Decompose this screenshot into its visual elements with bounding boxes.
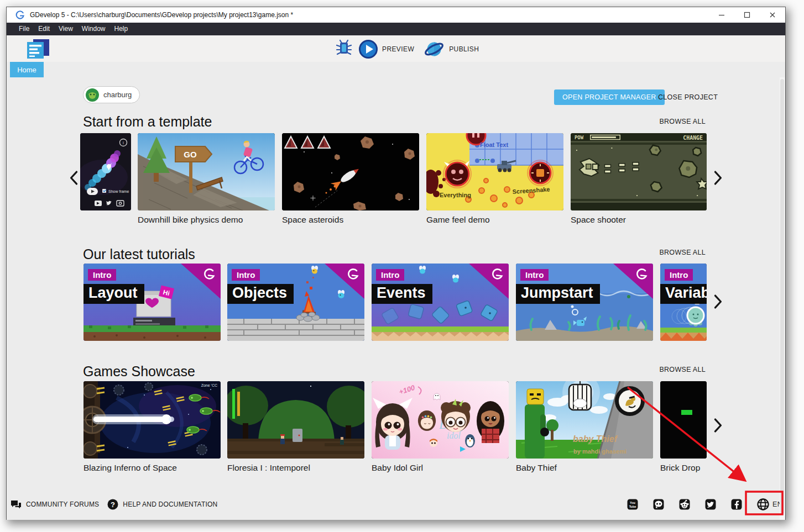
menu-help[interactable]: Help — [110, 23, 133, 35]
scrollbar-thumb[interactable] — [780, 79, 784, 514]
tutorial-title-events: Events — [372, 284, 432, 304]
carousel-right-arrow-templates[interactable] — [712, 170, 723, 186]
close-icon — [769, 12, 776, 18]
showcase-section-title: Games Showcase — [83, 364, 195, 380]
chat-icon — [10, 498, 22, 510]
showcase-card-baby-thief[interactable]: baby Thief by mahdi ghasemi — [516, 381, 653, 459]
community-forums-link[interactable]: COMMUNITY FORUMS — [10, 498, 99, 510]
help-documentation-link[interactable]: ? HELP AND DOCUMENTATION — [107, 498, 217, 510]
globe-icon — [756, 498, 770, 511]
blazing-inferno-thumbnail: Zone 'CC — [83, 381, 221, 459]
template-card-downhill-bike[interactable]: GO — [138, 133, 275, 210]
title-bar: GDevelop 5 - C:\Users\charburg\Documents… — [7, 7, 785, 23]
showcase-label: Brick Drop — [660, 463, 700, 473]
intro-badge: Intro — [376, 269, 404, 281]
pow-label: POW — [575, 135, 584, 140]
discord-icon[interactable] — [652, 498, 665, 510]
preview-button[interactable]: PREVIEW — [358, 39, 423, 59]
go-sign-label: GO — [184, 150, 197, 159]
maximize-button[interactable] — [734, 7, 760, 23]
facebook-icon[interactable] — [730, 498, 743, 510]
open-project-manager-button[interactable]: OPEN PROJECT MANAGER — [554, 89, 665, 105]
showcase-card-blazing-inferno[interactable]: Zone 'CC — [83, 381, 221, 459]
footer-right: YouTube EN — [627, 498, 782, 511]
toolbar-center: PREVIEW PUBLISH — [335, 39, 488, 59]
reddit-icon[interactable] — [678, 498, 691, 510]
twitter-icon[interactable] — [704, 498, 717, 510]
template-label: Space asteroids — [282, 215, 343, 225]
app-window: GDevelop 5 - C:\Users\charburg\Documents… — [6, 7, 786, 520]
carousel-left-arrow-templates[interactable] — [69, 170, 80, 186]
tutorial-card-layout[interactable]: Hi Intro Layout — [83, 264, 221, 341]
showcase-label: Floresia I : Intemporel — [227, 463, 310, 473]
menu-file[interactable]: File — [14, 23, 34, 35]
game-feel-thumbnail: Float Text Everything Screenshake — [426, 133, 563, 210]
content-scrollbar[interactable] — [780, 77, 785, 520]
tutorial-title-jumpstart: Jumpstart — [516, 284, 600, 304]
publish-button[interactable]: PUBLISH — [423, 39, 488, 59]
baby-thief-author-text: by mahdi ghasemi — [573, 448, 627, 455]
user-chip[interactable]: charburg — [83, 86, 140, 103]
language-button[interactable]: EN — [756, 498, 782, 511]
template-label: Space shooter — [571, 215, 626, 225]
play-icon — [358, 39, 378, 59]
tutorial-card-objects[interactable]: Intro Objects — [227, 264, 364, 341]
avatar — [86, 88, 99, 102]
template-card-space-asteroids[interactable] — [282, 133, 419, 210]
intro-badge: Intro — [520, 269, 549, 281]
template-card-space-shooter[interactable]: POW CHANGE — [571, 133, 707, 210]
gdevelop-logo-icon — [15, 10, 25, 20]
template-label: Game feel demo — [426, 215, 490, 225]
help-icon: ? — [107, 498, 119, 510]
downhill-bike-thumbnail: GO — [138, 133, 275, 210]
svg-text:i: i — [123, 140, 124, 145]
intro-badge: Intro — [88, 269, 116, 281]
tutorial-card-events[interactable]: Intro Events — [372, 264, 509, 341]
youtube-icon[interactable]: YouTube — [627, 498, 639, 510]
template-card-game-feel[interactable]: Float Text Everything Screenshake — [426, 133, 563, 210]
baby-idol-thumbnail: Baby idol +100 — [372, 381, 509, 459]
showcase-card-floresia[interactable] — [227, 381, 364, 459]
home-page: charburg OPEN PROJECT MANAGER CLOSE PROJ… — [7, 77, 785, 520]
debugger-button[interactable] — [335, 39, 353, 60]
menu-view[interactable]: View — [54, 23, 77, 35]
carousel-right-arrow-tutorials[interactable] — [712, 294, 723, 309]
tutorial-card-jumpstart[interactable]: Intro Jumpstart — [516, 264, 653, 341]
community-forums-label: COMMUNITY FORUMS — [26, 501, 99, 508]
showcase-label: Baby Thief — [516, 463, 557, 473]
maximize-icon — [744, 12, 750, 18]
bug-icon — [335, 39, 353, 57]
help-documentation-label: HELP AND DOCUMENTATION — [123, 501, 217, 508]
browse-all-templates[interactable]: BROWSE ALL — [659, 118, 706, 125]
close-button[interactable] — [760, 7, 785, 23]
brick-drop-thumbnail — [660, 381, 707, 459]
svg-text:You: You — [630, 501, 635, 504]
menu-edit[interactable]: Edit — [34, 23, 54, 35]
tab-home[interactable]: Home — [10, 62, 44, 77]
browse-all-showcase[interactable]: BROWSE ALL — [659, 366, 706, 373]
minimize-button[interactable] — [709, 7, 734, 23]
preview-label: PREVIEW — [382, 45, 414, 53]
particle-demo-thumbnail: i Show frame — [80, 133, 131, 210]
browse-all-tutorials[interactable]: BROWSE ALL — [659, 249, 706, 256]
menu-bar: File Edit View Window Help — [7, 23, 785, 35]
tutorial-card-variables[interactable]: +1 Intro Variables — [660, 264, 707, 341]
zone-label: Zone 'CC — [201, 383, 217, 387]
showcase-card-baby-idol[interactable]: Baby idol +100 — [372, 381, 509, 459]
tutorial-title-variables: Variables — [660, 284, 707, 304]
project-manager-icon — [25, 39, 51, 60]
showcase-label: Blazing Inferno of Space — [83, 463, 177, 473]
menu-window[interactable]: Window — [77, 23, 110, 35]
showcase-label: Baby Idol Girl — [372, 463, 423, 473]
close-project-button[interactable]: CLOSE PROJECT — [656, 89, 720, 105]
carousel-right-arrow-showcase[interactable] — [712, 418, 723, 433]
window-controls — [709, 7, 785, 23]
showcase-card-brick-drop[interactable] — [660, 381, 707, 459]
tutorials-section-title: Our latest tutorials — [83, 246, 195, 262]
template-card-partial[interactable]: i Show frame — [80, 133, 131, 210]
template-label: Downhill bike physics demo — [138, 215, 243, 225]
idol-art-text: idol — [447, 431, 461, 440]
tutorial-title-layout: Layout — [83, 284, 144, 304]
project-manager-button[interactable] — [25, 39, 51, 60]
tutorial-title-objects: Objects — [227, 284, 294, 304]
